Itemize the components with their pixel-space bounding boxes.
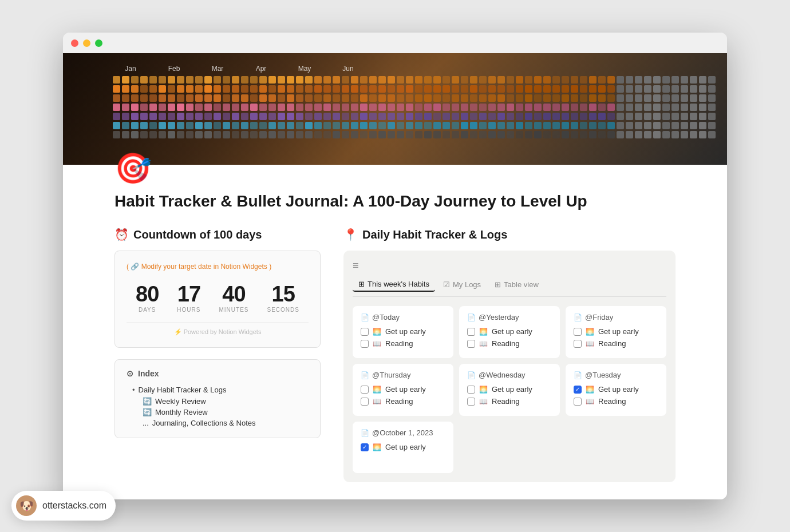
grid-cell: [204, 113, 212, 120]
grid-cell: [433, 131, 441, 138]
index-sub-monthly[interactable]: 🔄 Monthly Review: [127, 407, 309, 418]
close-button[interactable]: [71, 39, 78, 47]
habit-checkbox[interactable]: [467, 340, 475, 348]
grid-cell: [369, 104, 377, 111]
habit-icon: 🌅: [586, 386, 594, 394]
titlebar: [63, 33, 727, 53]
grid-cell: [241, 113, 248, 120]
minimize-button[interactable]: [83, 39, 90, 47]
index-sub-journal[interactable]: ... Journaling, Collections & Notes: [127, 418, 309, 428]
habit-item[interactable]: 📖Reading: [361, 339, 445, 348]
grid-cell: [333, 113, 340, 120]
grid-cell: [369, 113, 377, 120]
habit-checkbox[interactable]: [574, 340, 582, 348]
habit-item[interactable]: ✓🌅Get up early: [574, 385, 658, 394]
habit-icon: 📖: [479, 398, 488, 406]
grid-cell: [516, 113, 523, 120]
grid-cell: [562, 131, 569, 138]
habit-checkbox[interactable]: [467, 328, 475, 336]
tab-table-icon: ⊞: [495, 280, 501, 289]
grid-cell: [278, 94, 285, 102]
habit-card-title: 📄 @October 1, 2023: [361, 428, 445, 437]
habit-checkbox[interactable]: ✓: [574, 386, 582, 394]
grid-cell: [241, 85, 248, 93]
habit-item[interactable]: 📖Reading: [574, 339, 658, 348]
habit-checkbox[interactable]: [361, 386, 369, 394]
habit-checkbox[interactable]: [467, 398, 475, 406]
grid-cell: [644, 85, 651, 93]
grid-cell: [607, 76, 615, 84]
month-jun: Jun: [330, 65, 366, 73]
grid-cell: [452, 94, 459, 102]
grid-cell: [223, 76, 230, 84]
index-main-item[interactable]: Daily Habit Tracker & Logs: [127, 384, 309, 396]
grid-cell: [342, 76, 349, 84]
habit-item[interactable]: 🌅Get up early: [361, 385, 445, 394]
grid-cell: [470, 94, 477, 102]
grid-cell: [415, 122, 422, 129]
minutes-label: MINUTES: [219, 307, 248, 313]
habit-icon: 📖: [479, 340, 488, 348]
grid-cell: [690, 85, 697, 93]
habit-item[interactable]: 🌅Get up early: [467, 327, 552, 336]
maximize-button[interactable]: [95, 39, 102, 47]
grid-cell: [369, 76, 377, 84]
grid-cell: [708, 131, 716, 138]
habit-item[interactable]: 📖Reading: [574, 397, 658, 406]
habit-item[interactable]: ✓🌅Get up early: [361, 443, 445, 451]
grid-cell: [708, 104, 716, 111]
habit-checkbox[interactable]: [574, 328, 582, 336]
habit-checkbox[interactable]: [361, 328, 369, 336]
grid-cell: [314, 113, 322, 120]
days-unit: 80 DAYS: [136, 282, 159, 313]
grid-cell: [305, 113, 313, 120]
habit-card: 📄 @October 1, 2023✓🌅Get up early: [353, 422, 453, 473]
grid-cell: [406, 104, 413, 111]
grid-cell: [662, 94, 670, 102]
habit-item[interactable]: 🌅Get up early: [574, 327, 658, 336]
habit-checkbox[interactable]: [361, 340, 369, 348]
grid-cell: [232, 113, 239, 120]
habit-checkbox[interactable]: [574, 398, 582, 406]
grid-row: [113, 76, 716, 84]
habit-checkbox[interactable]: [467, 386, 475, 394]
grid-cell: [580, 104, 587, 111]
habit-item[interactable]: 🌅Get up early: [467, 385, 552, 394]
grid-cell: [149, 85, 157, 93]
notion-widgets-link[interactable]: Notion Widgets: [220, 263, 267, 271]
tab-table-view[interactable]: ⊞ Table view: [489, 277, 544, 292]
grid-cell: [204, 76, 212, 84]
grid-cell: [232, 76, 239, 84]
habit-item[interactable]: 📖Reading: [467, 397, 552, 406]
watermark: 🐶 otterstacks.com: [11, 491, 116, 521]
grid-cell: [305, 104, 313, 111]
grid-cell: [323, 76, 331, 84]
grid-cell: [415, 113, 422, 120]
grid-cell: [589, 104, 597, 111]
index-sub-weekly[interactable]: 🔄 Weekly Review: [127, 396, 309, 407]
grid-cell: [159, 85, 166, 93]
habit-checkbox[interactable]: ✓: [361, 443, 369, 451]
tab-my-logs[interactable]: ☑ My Logs: [437, 277, 487, 292]
grid-cell: [708, 122, 716, 129]
grid-cell: [122, 113, 129, 120]
grid-cell: [351, 131, 358, 138]
habit-checkbox[interactable]: [361, 398, 369, 406]
tab-this-weeks-habits[interactable]: ⊞ This week's Habits: [353, 277, 435, 292]
grid-cell: [296, 94, 303, 102]
grid-cell: [397, 131, 404, 138]
grid-cell: [452, 76, 459, 84]
grid-cell: [415, 85, 422, 93]
habit-item[interactable]: 🌅Get up early: [361, 327, 445, 336]
grid-cell: [497, 85, 505, 93]
grid-cell: [690, 122, 697, 129]
grid-cell: [461, 76, 468, 84]
grid-cell: [699, 113, 706, 120]
grid-cell: [168, 113, 175, 120]
grid-cell: [168, 122, 175, 129]
habit-item[interactable]: 📖Reading: [467, 339, 552, 348]
habit-item[interactable]: 📖Reading: [361, 397, 445, 406]
month-feb: Feb: [156, 65, 192, 73]
grid-cell: [195, 104, 203, 111]
grid-cell: [653, 122, 661, 129]
